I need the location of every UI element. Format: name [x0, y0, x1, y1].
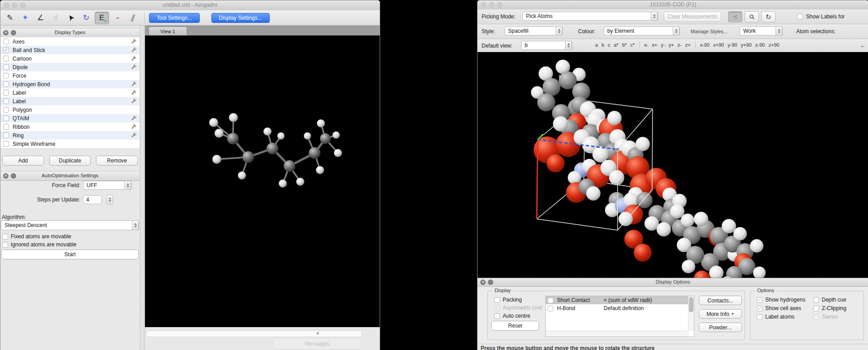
- view-button-bstar[interactable]: b*: [620, 41, 628, 48]
- list-hscrollbar[interactable]: [546, 331, 688, 337]
- manage-styles-button[interactable]: Manage Styles...: [691, 29, 728, 34]
- default-view-select[interactable]: b: [521, 41, 572, 50]
- checkbox[interactable]: [548, 298, 553, 303]
- atom-c[interactable]: [320, 133, 331, 144]
- molecule-3d-view[interactable]: [145, 35, 380, 327]
- steps-input[interactable]: 4: [83, 195, 102, 204]
- pan-hand-icon[interactable]: ☝: [728, 11, 742, 22]
- tab-view1[interactable]: View 1: [149, 26, 187, 35]
- atom-c[interactable]: [242, 151, 254, 163]
- settings-wrench-icon[interactable]: [131, 90, 137, 96]
- checkbox-row-packing[interactable]: Packing: [494, 297, 522, 303]
- checkbox[interactable]: [3, 124, 9, 130]
- atom-h[interactable]: [263, 127, 272, 136]
- atom-h[interactable]: [215, 129, 224, 138]
- view-button-b[interactable]: b: [600, 41, 606, 48]
- atom-h[interactable]: [333, 131, 340, 139]
- stepper-icon[interactable]: [132, 220, 139, 230]
- view-button-y+90[interactable]: y+90: [739, 41, 754, 48]
- checkbox[interactable]: [494, 297, 500, 303]
- algorithm-select[interactable]: Steepest Descent: [1, 220, 139, 230]
- checkbox[interactable]: [3, 90, 9, 96]
- bond-rotate-icon[interactable]: ↻: [79, 12, 93, 24]
- display-type-row-label[interactable]: Label: [0, 97, 140, 105]
- autoopt-header[interactable]: ✕ ◦ AutoOptimisation Settings: [0, 171, 140, 181]
- atom-h[interactable]: [592, 146, 609, 162]
- avogadro-titlebar[interactable]: untitled.cml - Avogadro: [0, 0, 380, 11]
- view-button-x+90[interactable]: x+90: [711, 41, 726, 48]
- display-type-row-label[interactable]: Label: [0, 88, 140, 97]
- list-row-short-contact[interactable]: Short Contact< (sum of vdW radii): [546, 296, 694, 304]
- display-type-row-hydrogen-bond[interactable]: Hydrogen Bond: [0, 80, 140, 88]
- select-arrow-icon[interactable]: ➤: [64, 12, 78, 24]
- atom-h[interactable]: [304, 132, 311, 140]
- checkbox[interactable]: [3, 81, 9, 87]
- reset-button[interactable]: Reset: [491, 321, 539, 331]
- settings-wrench-icon[interactable]: [131, 98, 137, 104]
- checkbox[interactable]: [757, 314, 763, 320]
- rotate-cursor-icon[interactable]: ↻: [761, 11, 776, 22]
- checkbox[interactable]: [3, 141, 9, 147]
- view-button-astar[interactable]: a*: [612, 41, 620, 48]
- stepper-icon[interactable]: [776, 26, 782, 35]
- atom-c[interactable]: [227, 133, 239, 144]
- draw-tool-icon[interactable]: ✎: [3, 12, 17, 24]
- atom-c[interactable]: [267, 143, 278, 154]
- back-arrow-button[interactable]: ←: [860, 42, 866, 49]
- checkbox[interactable]: [3, 73, 9, 79]
- panel-splitter[interactable]: [140, 26, 145, 350]
- display-type-row-ring[interactable]: Ring: [0, 131, 140, 140]
- atom-h[interactable]: [317, 119, 325, 127]
- steps-stepper[interactable]: [106, 195, 113, 205]
- atom-h[interactable]: [334, 149, 342, 157]
- atom-h[interactable]: [586, 186, 601, 201]
- checkbox[interactable]: [2, 234, 8, 240]
- display-type-row-polygon[interactable]: Polygon: [0, 105, 140, 114]
- checkbox[interactable]: [813, 297, 819, 303]
- atom-c[interactable]: [284, 160, 295, 172]
- settings-wrench-icon[interactable]: [131, 47, 137, 53]
- display-type-row-axes[interactable]: Axes: [0, 37, 140, 46]
- checkbox[interactable]: [757, 297, 763, 303]
- atom-h[interactable]: [609, 170, 624, 185]
- picking-mode-select[interactable]: Pick Atoms: [522, 12, 658, 21]
- display-type-row-force[interactable]: Force: [0, 71, 140, 80]
- auto-optimize-icon[interactable]: E▼: [95, 12, 109, 24]
- atom-h[interactable]: [636, 137, 650, 151]
- checkbox[interactable]: [2, 242, 8, 248]
- list-row-h-bond[interactable]: H-BondDefault definition: [546, 304, 694, 312]
- checkbox[interactable]: [3, 115, 9, 121]
- view-button-x-[interactable]: x-: [642, 41, 650, 48]
- checkbox-row-z-clipping[interactable]: Z-Clipping: [813, 305, 846, 311]
- messages-button[interactable]: Messages: [272, 338, 362, 350]
- add-button[interactable]: Add: [2, 156, 44, 166]
- display-type-row-simple-wireframe[interactable]: Simple Wireframe: [0, 140, 140, 148]
- settings-wrench-icon[interactable]: [131, 39, 137, 44]
- duplicate-button[interactable]: Duplicate: [49, 156, 91, 166]
- start-button[interactable]: Start: [1, 249, 139, 259]
- fixed-atoms-checkbox-row[interactable]: Fixed atoms are movable: [2, 233, 71, 240]
- style-select[interactable]: Spacefill: [504, 26, 563, 35]
- display-options-titlebar[interactable]: ✕ ◦ Display Options: [478, 278, 868, 287]
- display-types-header[interactable]: ✕ ◦ Display Types: [0, 28, 140, 38]
- atom-c[interactable]: [543, 78, 561, 96]
- atom-h[interactable]: [212, 155, 221, 164]
- atom-h[interactable]: [657, 222, 671, 236]
- atom-h[interactable]: [277, 132, 285, 140]
- view-button-cstar[interactable]: c*: [629, 41, 637, 48]
- checkbox[interactable]: [494, 313, 500, 319]
- checkbox[interactable]: [3, 132, 9, 138]
- colour-select[interactable]: by Element: [604, 26, 680, 35]
- clear-measurements-button[interactable]: Clear Measurements: [664, 12, 721, 22]
- atom-h[interactable]: [681, 214, 694, 227]
- atom-h[interactable]: [618, 212, 633, 226]
- atom-h[interactable]: [682, 260, 695, 273]
- display-type-row-dipole[interactable]: Dipole: [0, 63, 140, 71]
- stepper-icon[interactable]: [556, 26, 562, 35]
- settings-wrench-icon[interactable]: [131, 64, 137, 70]
- more-info-button[interactable]: More Info ▼: [699, 309, 742, 319]
- atom-h[interactable]: [209, 118, 218, 127]
- checkbox-row-show-hydrogens[interactable]: Show hydrogens: [757, 297, 805, 303]
- mercury-titlebar[interactable]: 1513335-COD (P1): [478, 0, 868, 10]
- splitter-handle-icon[interactable]: [316, 332, 319, 335]
